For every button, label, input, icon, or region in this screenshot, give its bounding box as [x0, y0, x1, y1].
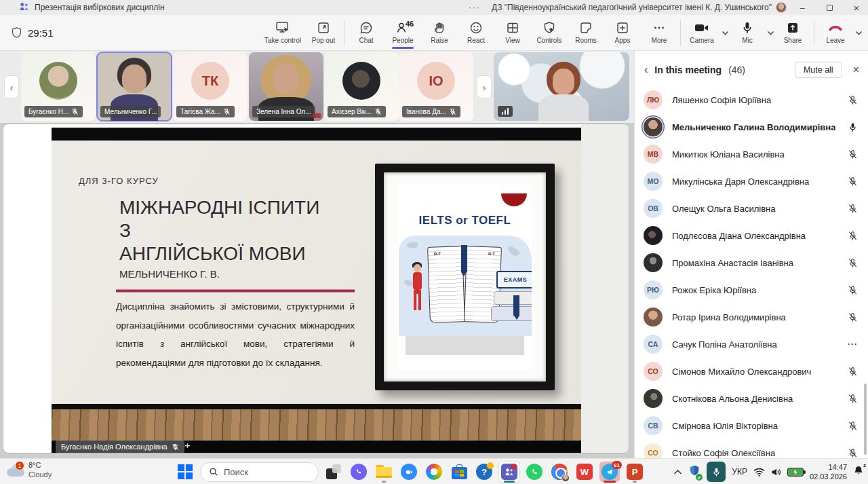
participant-row[interactable]: Скотнікова Альона Денисівна	[635, 385, 868, 412]
toolbar-divider	[814, 20, 814, 45]
video-tile[interactable]: Зелена Інна Ол...	[249, 52, 323, 121]
participant-row[interactable]: РЮ Рожок Еріка Юріївна	[635, 276, 868, 303]
panel-scrollbar[interactable]	[864, 384, 867, 455]
panel-close-button[interactable]: ×	[853, 64, 859, 76]
initials-avatar: МО	[644, 172, 663, 191]
wifi-icon[interactable]	[753, 468, 765, 477]
zoom-in-button[interactable]: +	[184, 439, 191, 451]
viber-button[interactable]	[349, 462, 369, 482]
get-help-button[interactable]: ?	[474, 462, 494, 482]
zoom-out-button[interactable]: −	[172, 439, 178, 451]
video-tile-speaking[interactable]: Мельниченко Г...	[97, 52, 172, 121]
strip-prev-button[interactable]: ‹	[4, 75, 19, 98]
participant-row[interactable]: СВ Смірнова Юлія Вікторівна	[635, 412, 868, 439]
participant-list: ЛЮ Ляшенко Софія Юріївна Мельниченко Гал…	[635, 86, 868, 458]
initials-avatar: СО	[644, 362, 663, 381]
initials-avatar: РЮ	[644, 280, 663, 299]
poster-frame: IELTS or TOEFL R-T	[375, 164, 555, 390]
controls-shield-icon	[542, 21, 556, 35]
user-avatar[interactable]	[776, 2, 787, 13]
shared-screen[interactable]: ДЛЯ 3-ГО КУРСУ МІЖНАРОДНІ ІСПИТИ З АНГЛІ…	[3, 124, 629, 453]
mic-button[interactable]: Mic	[729, 21, 766, 44]
raise-button[interactable]: Raise	[421, 15, 458, 50]
participant-row[interactable]: Мельниченко Галина Володимирівна	[635, 113, 868, 141]
teams-meeting-window: Презентація вибіркових дисциплін ··· ДЗ …	[0, 0, 868, 484]
leave-chevron-icon[interactable]	[855, 31, 863, 35]
video-tile[interactable]: Ахієзер Вік...	[324, 52, 399, 121]
microsoft-store-icon	[452, 464, 467, 479]
file-explorer-button[interactable]	[374, 462, 394, 482]
speaker-icon[interactable]	[771, 468, 781, 477]
tile-name: Зелена Інна Ол...	[256, 108, 311, 115]
apps-button[interactable]: Apps	[604, 15, 641, 50]
spotlight-video-tile[interactable]	[494, 52, 629, 121]
task-view-button[interactable]	[323, 462, 344, 482]
microsoft-store-button[interactable]	[449, 462, 469, 482]
participant-row[interactable]: ЛЮ Ляшенко Софія Юріївна	[635, 86, 868, 113]
participant-row[interactable]: Подлєсова Діана Олександрівна	[635, 222, 868, 249]
participant-row[interactable]: МВ Микитюк Юліана Василівна	[635, 141, 868, 168]
powerpoint-button[interactable]: P	[625, 462, 645, 482]
participant-row[interactable]: СО Стойко Софія Олексіївна	[635, 439, 868, 458]
chrome-button[interactable]	[549, 462, 570, 482]
participant-row[interactable]: ОВ Олещук Ольга Василівна	[635, 195, 868, 222]
strip-next-button[interactable]: ›	[477, 75, 492, 98]
search-input[interactable]: Поиск	[200, 462, 319, 482]
view-button[interactable]: View	[494, 15, 531, 50]
battery-icon[interactable]	[787, 468, 804, 477]
participant-row[interactable]: Ротар Ірина Володимирівна	[635, 303, 868, 331]
tray-chevron-up-icon[interactable]	[673, 469, 682, 475]
participant-row[interactable]: МО Микулінська Даря Олександрівна	[635, 168, 868, 195]
start-button[interactable]	[175, 462, 195, 482]
clock[interactable]: 14:47 02.03.2026	[810, 462, 847, 482]
language-indicator[interactable]: УКР	[732, 467, 747, 477]
mic-off-icon	[848, 367, 858, 377]
take-control-button[interactable]: Take control	[260, 15, 305, 50]
zoom-app-button[interactable]	[399, 462, 419, 482]
panel-count: (46)	[728, 64, 745, 75]
camera-button[interactable]: Camera	[684, 21, 720, 44]
mic-in-use-indicator[interactable]	[707, 462, 726, 482]
chat-button[interactable]: Chat	[348, 15, 384, 50]
weather-badge: 1	[15, 461, 24, 470]
video-tile[interactable]: ТК Тагієва Жа...	[173, 52, 248, 121]
wps-office-button[interactable]: W	[574, 462, 595, 482]
people-button[interactable]: 46 People	[384, 15, 421, 50]
close-button[interactable]: ×	[845, 0, 868, 15]
bookmark-ribbon	[461, 245, 467, 272]
panel-back-button[interactable]: ‹	[644, 64, 648, 76]
controls-button[interactable]: Controls	[531, 15, 568, 50]
participant-row[interactable]: СО Сімонов Михайло Олександрович	[635, 358, 868, 385]
video-tile[interactable]: Бугаєнко Н...	[21, 52, 96, 121]
video-tile[interactable]: ІО Іванова Да...	[399, 52, 473, 121]
row-more-button[interactable]: ···	[848, 339, 858, 349]
mute-all-button[interactable]: Mute all	[795, 62, 842, 78]
restore-button[interactable]	[818, 0, 841, 15]
camera-chevron-icon[interactable]	[722, 31, 729, 35]
copilot-button[interactable]	[424, 462, 444, 482]
wps-office-icon: W	[576, 464, 593, 480]
mic-chevron-icon[interactable]	[767, 31, 774, 35]
minimize-button[interactable]: –	[791, 0, 814, 15]
weather-widget[interactable]: 1 8°C Cloudy	[7, 461, 52, 480]
teams-taskbar-button[interactable]	[499, 462, 519, 482]
titlebar-more-button[interactable]: ···	[469, 3, 481, 12]
share-button[interactable]: Share	[774, 15, 811, 50]
pop-out-button[interactable]: Pop out	[305, 15, 342, 50]
rooms-button[interactable]: Rooms	[568, 15, 604, 50]
teams-app-icon	[501, 464, 517, 480]
chrome-profile-avatar	[561, 474, 570, 482]
more-button[interactable]: More	[641, 15, 677, 50]
react-button[interactable]: React	[458, 15, 494, 50]
photo-avatar	[644, 117, 663, 136]
notification-bell-icon[interactable]: z	[853, 465, 864, 479]
shield-timer-icon	[11, 26, 22, 39]
telegram-button[interactable]: 61	[599, 462, 620, 482]
participant-photo-avatar	[39, 62, 77, 100]
participant-row[interactable]: СА Сачук Поліна Анатоліївна ···	[635, 331, 868, 358]
leave-button[interactable]: Leave	[817, 21, 854, 44]
windows-security-icon[interactable]	[688, 464, 701, 479]
mic-off-icon	[848, 285, 858, 295]
participant-row[interactable]: Промахіна Анастасія Іванівна	[635, 249, 868, 276]
whatsapp-button[interactable]	[524, 462, 545, 482]
